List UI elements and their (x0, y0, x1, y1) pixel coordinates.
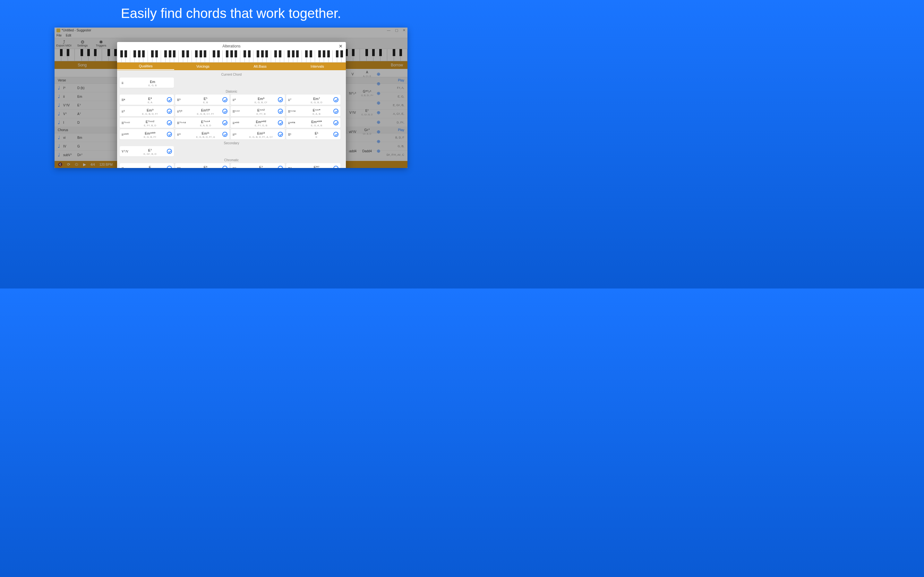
chord-tones: E, G, B, C♯ (244, 101, 278, 104)
tab-intervals[interactable]: Intervals (289, 63, 346, 69)
check-icon[interactable] (278, 109, 283, 114)
chord-name: Em¹³ (257, 131, 265, 135)
chord-card[interactable]: iiᵃᵈᵈ⁹Emᵃᵈᵈ⁹E, G, B, F♯ (120, 129, 174, 139)
check-icon[interactable] (167, 109, 172, 114)
check-icon[interactable] (333, 97, 338, 102)
chord-card[interactable]: ii⁶Em⁶E, G, B, C♯ (231, 95, 285, 105)
roman-numeral: IIˢᵘˢ² (233, 110, 244, 113)
check-icon[interactable] (167, 97, 172, 102)
modal-body: Current Chord iiEmE, G, B Diatonic II⁴E⁴… (117, 70, 346, 168)
tab-voicings[interactable]: Voicings (174, 63, 231, 69)
roman-numeral: iiᵃᵈᵈ² (233, 121, 244, 125)
chord-name: E⁷ˢᵘˢ⁴ (201, 120, 210, 124)
roman-numeral: ii⁹ (121, 110, 133, 113)
roman-numeral: II⁴ (121, 98, 133, 102)
chord-name: Em⁷ (313, 97, 320, 101)
modal-title: Alterations (222, 44, 241, 48)
check-icon[interactable] (278, 97, 283, 102)
chord-card[interactable]: II⁵E⁵E, B (175, 95, 229, 105)
tab-qualities[interactable]: Qualities (117, 63, 174, 70)
roman-numeral: ii⁶/⁹ (177, 110, 189, 113)
roman-numeral: II⁵ (177, 98, 189, 102)
check-icon[interactable] (222, 120, 228, 125)
check-icon[interactable] (167, 149, 172, 154)
section-current: Current Chord (120, 73, 343, 76)
chord-name: Em¹¹ (202, 131, 210, 135)
chord-name: Eˢᵘˢ⁴ (313, 108, 320, 112)
chord-card[interactable]: V⁷/VE⁷E, G♯, B, D (120, 146, 174, 156)
chord-name: Eᴹ⁷ (314, 165, 319, 168)
chord-name: E⁶ (204, 165, 207, 168)
modal-piano[interactable] (117, 50, 346, 63)
chord-name: Emᵃᵈᵈ⁴ (311, 120, 322, 124)
modal-tabs: Qualities Voicings Alt.Bass Intervals (117, 63, 346, 70)
check-icon[interactable] (278, 166, 283, 168)
chord-name: E⁷ˢᵘˢ² (145, 120, 154, 124)
chord-card[interactable]: II⁷ˢᵘˢ⁴E⁷ˢᵘˢ⁴E, A, B, D (175, 118, 229, 128)
chord-card[interactable]: II⁶E⁶E, G♯, B, C♯ (175, 163, 229, 168)
chord-tones: E, G, B, F♯ (133, 136, 167, 139)
check-icon[interactable] (333, 166, 338, 168)
chord-card[interactable]: II⁴E⁴E, A (120, 95, 174, 105)
roman-numeral: II¹ (288, 133, 300, 136)
check-icon[interactable] (333, 120, 338, 125)
roman-numeral: II⁷ˢᵘˢ⁴ (177, 121, 189, 125)
roman-numeral: ii⁶ (233, 98, 244, 102)
chord-name: Eˢᵘˢ² (257, 108, 265, 112)
hero-headline: Easily find chords that work together. (0, 0, 462, 27)
chord-card[interactable]: II¹E¹E (286, 129, 341, 139)
check-icon[interactable] (222, 132, 228, 137)
roman-numeral: II⁶ (177, 167, 189, 168)
chord-name: E¹ (315, 131, 318, 135)
chord-tones: E, F♯, G, B (244, 124, 278, 127)
roman-numeral: ii¹³ (233, 133, 244, 136)
chord-name: Em⁹ (147, 108, 153, 112)
chord-tones: E, G, B (133, 84, 172, 87)
chord-card[interactable]: II⁷ˢᵘˢ²E⁷ˢᵘˢ²E, F♯, B, D (120, 118, 174, 128)
chord-card[interactable]: IIˢᵘˢ²Eˢᵘˢ²E, F♯, B (231, 106, 285, 116)
chord-card[interactable]: IIEE, G♯, B (120, 163, 174, 168)
close-icon[interactable]: ✕ (339, 44, 342, 49)
chord-card[interactable]: iiᵃᵈᵈ⁴Emᵃᵈᵈ⁴E, G, A, B (286, 118, 341, 128)
roman-numeral: II (121, 167, 133, 168)
roman-numeral: iiᵃᵈᵈ⁹ (121, 133, 133, 136)
chord-tones: E, A, B (300, 113, 333, 115)
check-icon[interactable] (222, 109, 228, 114)
check-icon[interactable] (333, 109, 338, 114)
check-icon[interactable] (278, 132, 283, 137)
check-icon[interactable] (167, 120, 172, 125)
chord-card[interactable]: iiᵃᵈᵈ²Emᵃᵈᵈ²E, F♯, G, B (231, 118, 285, 128)
chord-card[interactable]: ii⁹Em⁹E, G, B, D, F♯ (120, 106, 174, 116)
section-secondary: Secondary (120, 141, 343, 145)
chord-tones: E, G, B, C♯, F♯ (189, 113, 222, 115)
chord-name: Em⁶/⁹ (201, 108, 210, 112)
chord-card[interactable]: II⁷Eᴹ⁷E, G♯, B, D♯ (286, 163, 341, 168)
chord-card[interactable]: ii¹³Em¹³E, G, B, D, F♯, A, C♯ (231, 129, 285, 139)
chord-tones: E, G, B, D, F♯, A (189, 136, 222, 139)
check-icon[interactable] (278, 120, 283, 125)
roman-numeral: II⁷ˢᵘˢ² (121, 121, 133, 125)
check-icon[interactable] (333, 132, 338, 137)
chord-tones: E (300, 136, 333, 139)
chord-card[interactable]: ii⁶/⁹Em⁶/⁹E, G, B, C♯, F♯ (175, 106, 229, 116)
chord-name: E⁷ (148, 148, 152, 152)
chord-card[interactable]: ii¹¹Em¹¹E, G, B, D, F♯, A (175, 129, 229, 139)
chord-tones: E, F♯, B (244, 113, 278, 115)
chord-card[interactable]: iiEmE, G, B (120, 77, 174, 88)
chord-card[interactable]: IIˢᵘˢ⁴Eˢᵘˢ⁴E, A, B (286, 106, 341, 116)
section-chromatic: Chromatic (120, 158, 343, 162)
chord-tones: E, G♯, B, D (133, 153, 167, 155)
chord-name: Em⁶ (258, 97, 264, 101)
app-window: *Untitled - Suggester — ▢ ✕ File Edit ⤴E… (55, 27, 407, 168)
tab-altbass[interactable]: Alt.Bass (232, 63, 289, 69)
roman-numeral: ii¹¹ (177, 133, 189, 136)
check-icon[interactable] (167, 166, 172, 168)
check-icon[interactable] (222, 97, 228, 102)
chord-card[interactable]: ii⁷Em⁷E, G, B, D (286, 95, 341, 105)
chord-name: E⁵ (204, 97, 207, 101)
check-icon[interactable] (167, 132, 172, 137)
chord-tones: E, G, B, D, F♯, A, C♯ (244, 136, 278, 139)
check-icon[interactable] (222, 166, 228, 168)
roman-numeral: iiᵃᵈᵈ⁴ (288, 121, 300, 125)
chord-card[interactable]: II⁷E⁷E, G♯, B, D (231, 163, 285, 168)
